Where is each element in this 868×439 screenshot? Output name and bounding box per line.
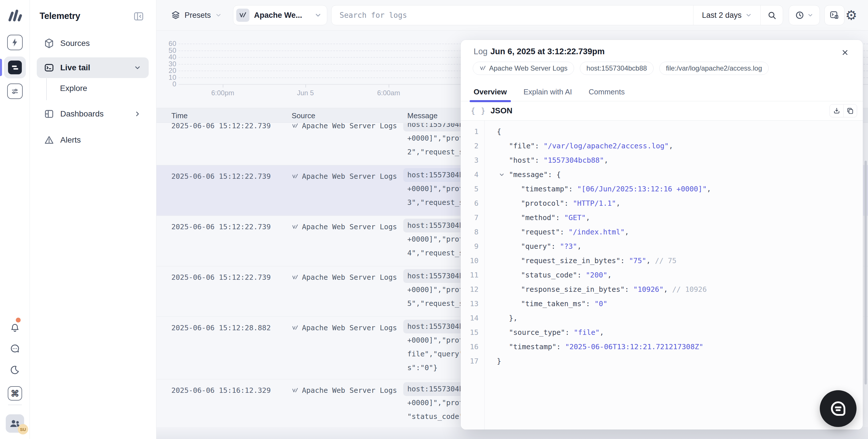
log-attribute-badge[interactable]: Apache Web Server Logs <box>473 62 574 75</box>
json-punct: , <box>646 256 655 265</box>
collapse-node-icon[interactable] <box>499 171 505 178</box>
line-number: 7 <box>461 211 478 225</box>
code-line: 11"status_code": "200", <box>461 268 863 282</box>
tab-comments[interactable]: Comments <box>589 83 625 101</box>
logs-icon <box>8 61 22 74</box>
query-console-button[interactable] <box>825 5 844 25</box>
axiom-logo-icon[interactable] <box>7 8 22 22</box>
log-attribute-badge[interactable]: file:/var/log/apache2/access.log <box>659 62 769 75</box>
json-punct: }, <box>509 314 518 322</box>
avatar[interactable]: SU <box>18 424 28 434</box>
sidebar-item-alerts[interactable]: Alerts <box>37 131 149 149</box>
vector-source-icon <box>291 173 299 180</box>
app-root: ⌘ SU Telemetry Sources <box>0 0 868 439</box>
code-line: 6"protocol": "HTTP/1.1", <box>461 196 863 211</box>
json-punct: , <box>586 214 590 222</box>
line-number: 17 <box>461 354 478 368</box>
json-punct: : <box>577 271 586 279</box>
json-key: "request_size_in_bytes" <box>521 256 620 265</box>
feedback-chat-icon[interactable] <box>6 340 24 357</box>
vector-source-icon <box>479 65 486 71</box>
code-line: 9"query": "?3", <box>461 239 863 254</box>
tree-line <box>46 78 47 100</box>
code-line: 13"time_taken_ms": "0" <box>461 297 863 311</box>
support-chat-button[interactable] <box>820 390 857 427</box>
collapse-sidebar-icon[interactable] <box>133 10 145 22</box>
x-tick-label: 6:00am <box>366 89 412 97</box>
line-number: 4 <box>461 167 478 182</box>
json-punct: : <box>625 285 633 293</box>
dashboard-grid-icon <box>44 109 54 119</box>
sidebar-item-sources[interactable]: Sources <box>37 34 149 52</box>
code-line: 4"message": { <box>461 167 863 182</box>
json-punct: { <box>497 127 501 136</box>
terminal-icon <box>44 63 54 72</box>
badge-label: host:1557304bcb88 <box>586 64 647 72</box>
line-number: 10 <box>461 254 478 268</box>
line-number: 15 <box>461 325 478 340</box>
json-punct: : <box>565 328 574 337</box>
line-number: 6 <box>461 196 478 211</box>
tab-overview[interactable]: Overview <box>474 83 507 101</box>
vertical-scrollbar[interactable] <box>865 161 867 384</box>
dataset-select[interactable]: Apache We... <box>233 5 327 25</box>
chevron-down-icon <box>745 12 752 19</box>
settings-gear-icon[interactable]: ⚙ <box>845 8 857 22</box>
notifications-bell-icon[interactable] <box>6 319 24 336</box>
json-punct: , <box>604 156 608 164</box>
vector-source-icon <box>291 123 299 129</box>
line-number: 11 <box>461 268 478 282</box>
run-search-button[interactable] <box>761 5 783 25</box>
tab-explain-with-ai[interactable]: Explain with AI <box>524 83 572 101</box>
sidebar-item-live-tail[interactable]: Live tail <box>37 57 149 78</box>
json-actions <box>830 104 857 117</box>
sidebar-item-label: Live tail <box>60 63 90 72</box>
code-line: 1{ <box>461 125 863 139</box>
line-number: 8 <box>461 225 478 239</box>
logs-nav-active[interactable] <box>4 57 26 78</box>
log-attribute-badge[interactable]: host:1557304bcb88 <box>580 62 654 75</box>
json-punct: , <box>616 199 620 208</box>
line-number: 1 <box>461 125 478 139</box>
json-section-bar: { } JSON <box>461 101 863 121</box>
json-value: "0" <box>594 300 608 308</box>
time-range-select[interactable]: Last 2 days <box>693 5 761 25</box>
json-value: "?3" <box>560 242 577 250</box>
json-comment: // 75 <box>655 256 677 265</box>
chevron-down-icon <box>215 12 222 19</box>
sidebar-item-explore[interactable]: Explore <box>60 84 87 93</box>
chevron-down-icon <box>807 12 813 19</box>
json-punct: : <box>557 343 565 351</box>
message-host-chip: host:1557304b <box>403 123 468 131</box>
icon-rail: ⌘ SU <box>0 0 30 439</box>
presets-button[interactable]: Presets <box>171 7 222 24</box>
json-key: "protocol" <box>521 199 564 208</box>
time-settings-button[interactable] <box>789 5 820 25</box>
presets-label: Presets <box>185 11 211 20</box>
download-json-button[interactable] <box>830 104 843 117</box>
chevron-down-icon <box>134 64 141 71</box>
terminal-code-icon <box>830 10 839 20</box>
json-value: "1557304bcb88" <box>544 156 604 164</box>
line-number: 5 <box>461 182 478 196</box>
log-title-prefix: Log <box>474 47 487 56</box>
x-tick-mark <box>223 85 223 88</box>
badge-label: Apache Web Server Logs <box>489 64 567 72</box>
line-number: 13 <box>461 297 478 311</box>
json-punct: : <box>586 300 594 308</box>
close-icon[interactable] <box>839 47 851 58</box>
sidebar-item-dashboards[interactable]: Dashboards <box>37 105 149 123</box>
json-key: "file" <box>509 142 535 150</box>
command-shortcuts-icon[interactable]: ⌘ <box>6 385 24 402</box>
settings-sliders-nav-icon[interactable] <box>6 83 24 100</box>
row-source: Apache Web Server Logs <box>291 172 397 181</box>
column-header-source: Source <box>291 111 315 120</box>
sidebar-item-label: Sources <box>60 39 90 48</box>
json-punct: : <box>569 185 577 193</box>
json-value: "file" <box>574 328 600 337</box>
flows-nav-icon[interactable] <box>6 34 24 51</box>
log-detail-title: LogJun 6, 2025 at 3:12:22.739pm <box>474 47 605 56</box>
dark-mode-moon-icon[interactable] <box>6 361 24 378</box>
search-input[interactable] <box>332 5 693 25</box>
copy-json-button[interactable] <box>843 104 857 117</box>
